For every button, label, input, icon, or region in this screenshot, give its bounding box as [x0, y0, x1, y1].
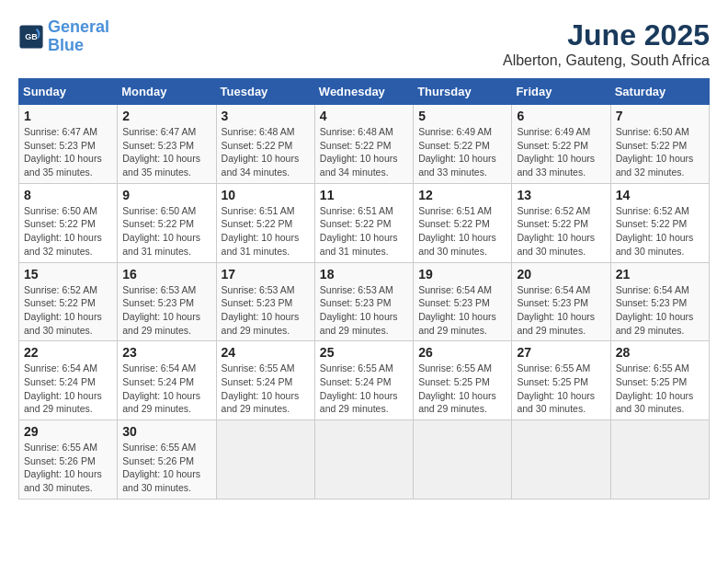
day-number: 11	[320, 188, 408, 202]
calendar-cell: 23 Sunrise: 6:54 AMSunset: 5:24 PMDaylig…	[118, 341, 216, 420]
day-number: 20	[517, 267, 605, 282]
day-detail: Sunrise: 6:54 AMSunset: 5:23 PMDaylight:…	[616, 284, 694, 336]
calendar-cell: 17 Sunrise: 6:53 AMSunset: 5:23 PMDaylig…	[216, 262, 314, 341]
logo: GB General Blue	[18, 18, 109, 55]
day-detail: Sunrise: 6:53 AMSunset: 5:23 PMDaylight:…	[222, 284, 300, 336]
day-detail: Sunrise: 6:55 AMSunset: 5:25 PMDaylight:…	[616, 362, 694, 414]
calendar-cell: 25 Sunrise: 6:55 AMSunset: 5:24 PMDaylig…	[314, 341, 413, 420]
calendar-cell: 27 Sunrise: 6:55 AMSunset: 5:25 PMDaylig…	[512, 341, 610, 420]
day-detail: Sunrise: 6:48 AMSunset: 5:22 PMDaylight:…	[222, 126, 300, 178]
calendar-cell: 6 Sunrise: 6:49 AMSunset: 5:22 PMDayligh…	[512, 105, 610, 184]
calendar-week-row: 1 Sunrise: 6:47 AMSunset: 5:23 PMDayligh…	[19, 105, 710, 184]
calendar-cell: 8 Sunrise: 6:50 AMSunset: 5:22 PMDayligh…	[19, 183, 118, 262]
calendar-cell: 5 Sunrise: 6:49 AMSunset: 5:22 PMDayligh…	[414, 105, 512, 184]
day-number: 30	[122, 424, 210, 439]
day-detail: Sunrise: 6:49 AMSunset: 5:22 PMDaylight:…	[418, 126, 496, 178]
calendar-cell: 19 Sunrise: 6:54 AMSunset: 5:23 PMDaylig…	[414, 262, 512, 341]
day-detail: Sunrise: 6:55 AMSunset: 5:26 PMDaylight:…	[24, 442, 102, 493]
logo-line1: General	[48, 17, 109, 36]
page-header: GB General Blue June 2025 Alberton, Gaut…	[18, 18, 710, 69]
day-number: 7	[616, 109, 704, 123]
calendar-cell	[414, 420, 512, 500]
day-number: 29	[24, 424, 112, 439]
calendar-cell: 26 Sunrise: 6:55 AMSunset: 5:25 PMDaylig…	[414, 341, 512, 420]
calendar-cell: 30 Sunrise: 6:55 AMSunset: 5:26 PMDaylig…	[118, 420, 216, 500]
calendar-cell: 22 Sunrise: 6:54 AMSunset: 5:24 PMDaylig…	[19, 341, 118, 420]
calendar-cell: 12 Sunrise: 6:51 AMSunset: 5:22 PMDaylig…	[414, 183, 512, 262]
calendar-cell	[610, 420, 709, 500]
day-number: 21	[616, 267, 704, 282]
svg-text:GB: GB	[25, 32, 38, 41]
calendar-cell: 14 Sunrise: 6:52 AMSunset: 5:22 PMDaylig…	[610, 183, 709, 262]
day-number: 13	[517, 188, 605, 202]
location-title: Alberton, Gauteng, South Africa	[503, 52, 710, 69]
day-number: 25	[320, 345, 408, 360]
day-detail: Sunrise: 6:51 AMSunset: 5:22 PMDaylight:…	[418, 205, 496, 257]
day-number: 6	[517, 109, 605, 123]
day-number: 1	[24, 109, 112, 123]
day-detail: Sunrise: 6:54 AMSunset: 5:24 PMDaylight:…	[24, 362, 102, 414]
day-detail: Sunrise: 6:50 AMSunset: 5:22 PMDaylight:…	[616, 126, 694, 178]
day-detail: Sunrise: 6:54 AMSunset: 5:23 PMDaylight:…	[418, 284, 496, 336]
calendar-cell: 7 Sunrise: 6:50 AMSunset: 5:22 PMDayligh…	[610, 105, 709, 184]
calendar-cell: 3 Sunrise: 6:48 AMSunset: 5:22 PMDayligh…	[216, 105, 314, 184]
weekday-header-tuesday: Tuesday	[216, 79, 314, 105]
weekday-header-monday: Monday	[118, 79, 216, 105]
day-detail: Sunrise: 6:48 AMSunset: 5:22 PMDaylight:…	[320, 126, 398, 178]
day-number: 27	[517, 345, 605, 360]
day-detail: Sunrise: 6:47 AMSunset: 5:23 PMDaylight:…	[24, 126, 102, 178]
calendar-cell: 9 Sunrise: 6:50 AMSunset: 5:22 PMDayligh…	[118, 183, 216, 262]
calendar-cell: 10 Sunrise: 6:51 AMSunset: 5:22 PMDaylig…	[216, 183, 314, 262]
day-number: 5	[418, 109, 506, 123]
calendar-cell: 11 Sunrise: 6:51 AMSunset: 5:22 PMDaylig…	[314, 183, 413, 262]
calendar-cell: 16 Sunrise: 6:53 AMSunset: 5:23 PMDaylig…	[118, 262, 216, 341]
day-number: 16	[122, 267, 210, 282]
logo-line2: Blue	[48, 36, 84, 54]
day-number: 28	[616, 345, 704, 360]
calendar-week-row: 29 Sunrise: 6:55 AMSunset: 5:26 PMDaylig…	[19, 420, 710, 500]
day-detail: Sunrise: 6:55 AMSunset: 5:25 PMDaylight:…	[418, 362, 496, 414]
day-detail: Sunrise: 6:52 AMSunset: 5:22 PMDaylight:…	[517, 205, 595, 257]
day-number: 17	[222, 267, 310, 282]
calendar-cell	[216, 420, 314, 500]
calendar-week-row: 15 Sunrise: 6:52 AMSunset: 5:22 PMDaylig…	[19, 262, 710, 341]
day-number: 12	[418, 188, 506, 202]
day-detail: Sunrise: 6:55 AMSunset: 5:26 PMDaylight:…	[122, 442, 200, 493]
calendar-cell: 4 Sunrise: 6:48 AMSunset: 5:22 PMDayligh…	[314, 105, 413, 184]
month-title: June 2025	[503, 18, 710, 52]
day-detail: Sunrise: 6:52 AMSunset: 5:22 PMDaylight:…	[616, 205, 694, 257]
day-number: 4	[320, 109, 408, 123]
calendar-cell	[314, 420, 413, 500]
day-number: 15	[24, 267, 112, 282]
calendar-week-row: 22 Sunrise: 6:54 AMSunset: 5:24 PMDaylig…	[19, 341, 710, 420]
weekday-header-friday: Friday	[512, 79, 610, 105]
day-detail: Sunrise: 6:49 AMSunset: 5:22 PMDaylight:…	[517, 126, 595, 178]
weekday-header-thursday: Thursday	[414, 79, 512, 105]
day-detail: Sunrise: 6:55 AMSunset: 5:24 PMDaylight:…	[320, 362, 398, 414]
day-number: 18	[320, 267, 408, 282]
calendar-cell: 1 Sunrise: 6:47 AMSunset: 5:23 PMDayligh…	[19, 105, 118, 184]
weekday-header-saturday: Saturday	[610, 79, 709, 105]
calendar-cell: 18 Sunrise: 6:53 AMSunset: 5:23 PMDaylig…	[314, 262, 413, 341]
calendar-table: SundayMondayTuesdayWednesdayThursdayFrid…	[18, 78, 710, 500]
logo-text: General Blue	[48, 18, 109, 55]
day-number: 23	[122, 345, 210, 360]
day-number: 14	[616, 188, 704, 202]
day-detail: Sunrise: 6:50 AMSunset: 5:22 PMDaylight:…	[122, 205, 200, 257]
calendar-cell: 2 Sunrise: 6:47 AMSunset: 5:23 PMDayligh…	[118, 105, 216, 184]
day-detail: Sunrise: 6:51 AMSunset: 5:22 PMDaylight:…	[320, 205, 398, 257]
day-number: 22	[24, 345, 112, 360]
calendar-cell: 13 Sunrise: 6:52 AMSunset: 5:22 PMDaylig…	[512, 183, 610, 262]
calendar-cell: 24 Sunrise: 6:55 AMSunset: 5:24 PMDaylig…	[216, 341, 314, 420]
day-detail: Sunrise: 6:54 AMSunset: 5:23 PMDaylight:…	[517, 284, 595, 336]
day-number: 26	[418, 345, 506, 360]
weekday-header-wednesday: Wednesday	[314, 79, 413, 105]
weekday-header-sunday: Sunday	[19, 79, 118, 105]
day-detail: Sunrise: 6:55 AMSunset: 5:25 PMDaylight:…	[517, 362, 595, 414]
logo-icon: GB	[18, 24, 44, 50]
day-number: 8	[24, 188, 112, 202]
calendar-cell: 20 Sunrise: 6:54 AMSunset: 5:23 PMDaylig…	[512, 262, 610, 341]
day-number: 10	[222, 188, 310, 202]
day-detail: Sunrise: 6:55 AMSunset: 5:24 PMDaylight:…	[222, 362, 300, 414]
day-detail: Sunrise: 6:51 AMSunset: 5:22 PMDaylight:…	[222, 205, 300, 257]
